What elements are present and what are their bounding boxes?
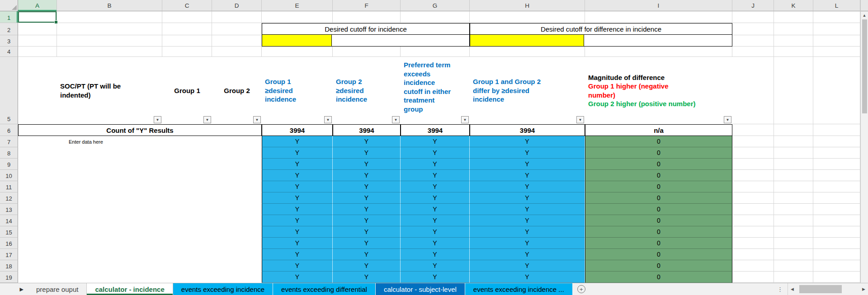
count-value-f[interactable]: 3994 xyxy=(333,124,401,136)
row-header-4[interactable]: 4 xyxy=(0,47,18,57)
banner-desired-cutoff-difference[interactable]: Desired cutoff for difference in inciden… xyxy=(470,23,732,47)
tab-options-icon[interactable]: ⋮ xyxy=(777,286,783,293)
cell-K8[interactable] xyxy=(774,147,813,159)
column-header-L[interactable]: L xyxy=(813,0,860,11)
row-header-8[interactable]: 8 xyxy=(0,147,18,159)
data-cell-F19[interactable]: Y xyxy=(333,272,401,283)
cell-L11[interactable] xyxy=(813,181,860,192)
data-cell-I8[interactable]: 0 xyxy=(585,147,732,159)
cell-D12[interactable] xyxy=(212,192,262,204)
cell-J13[interactable] xyxy=(732,204,774,215)
data-cell-F11[interactable]: Y xyxy=(333,181,401,192)
cell-D10[interactable] xyxy=(212,170,262,181)
cell-K1[interactable] xyxy=(774,11,813,23)
row-header-5[interactable]: 5 xyxy=(0,57,18,124)
column-header-F[interactable]: F xyxy=(333,0,401,11)
data-cell-H8[interactable]: Y xyxy=(470,147,585,159)
data-cell-E19[interactable]: Y xyxy=(262,272,333,283)
vertical-scrollbar[interactable]: ▲ xyxy=(860,0,868,283)
cell-L19[interactable] xyxy=(813,272,860,283)
cell-B10[interactable] xyxy=(57,170,162,181)
cell-C12[interactable] xyxy=(162,192,212,204)
cell-J8[interactable] xyxy=(732,147,774,159)
data-cell-H13[interactable]: Y xyxy=(470,204,585,215)
data-cell-F16[interactable]: Y xyxy=(333,238,401,249)
filter-dropdown-button[interactable]: ▼ xyxy=(203,116,211,123)
cell-D2[interactable] xyxy=(212,23,262,35)
sheet-tab-prepare-ouput[interactable]: prepare ouput xyxy=(28,283,87,295)
data-cell-H18[interactable]: Y xyxy=(470,260,585,272)
data-cell-F15[interactable]: Y xyxy=(333,226,401,238)
cell-J6[interactable] xyxy=(732,124,774,136)
row-header-1[interactable]: 1 xyxy=(0,11,18,23)
header-pt-exceeds[interactable]: Preferred term exceeds incidence cutoff … xyxy=(401,57,470,124)
filter-dropdown-button[interactable]: ▼ xyxy=(461,116,469,123)
sheet-tab-calculator-incidence[interactable]: calculator - incidence xyxy=(87,283,173,295)
data-cell-G16[interactable]: Y xyxy=(401,238,470,249)
data-cell-E17[interactable]: Y xyxy=(262,249,333,260)
cell-F1[interactable] xyxy=(333,11,401,23)
data-cell-E7[interactable]: Y xyxy=(262,136,333,147)
data-cell-E8[interactable]: Y xyxy=(262,147,333,159)
data-cell-G19[interactable]: Y xyxy=(401,272,470,283)
cell-G1[interactable] xyxy=(401,11,470,23)
column-header-E[interactable]: E xyxy=(262,0,333,11)
cell-B4[interactable] xyxy=(57,47,162,57)
cell-D14[interactable] xyxy=(212,215,262,226)
data-cell-I15[interactable]: 0 xyxy=(585,226,732,238)
cell-J2[interactable] xyxy=(732,23,774,35)
cell-B15[interactable] xyxy=(57,226,162,238)
cell-D11[interactable] xyxy=(212,181,262,192)
cell-J16[interactable] xyxy=(732,238,774,249)
cell-B18[interactable] xyxy=(57,260,162,272)
cell-K12[interactable] xyxy=(774,192,813,204)
cell-J19[interactable] xyxy=(732,272,774,283)
cell-B8[interactable] xyxy=(57,147,162,159)
filter-dropdown-button[interactable]: ▼ xyxy=(392,116,400,123)
cell-A19[interactable] xyxy=(18,272,57,283)
cell-F4[interactable] xyxy=(333,47,401,57)
scroll-up-button[interactable]: ▲ xyxy=(861,11,868,19)
data-cell-H7[interactable]: Y xyxy=(470,136,585,147)
cell-B11[interactable] xyxy=(57,181,162,192)
data-cell-E15[interactable]: Y xyxy=(262,226,333,238)
cell-B12[interactable] xyxy=(57,192,162,204)
row-header-6[interactable]: 6 xyxy=(0,124,18,136)
horizontal-scrollbar[interactable]: ◀ ▶ xyxy=(788,283,868,295)
cell-B9[interactable] xyxy=(57,159,162,170)
data-cell-G14[interactable]: Y xyxy=(401,215,470,226)
row-header-9[interactable]: 9 xyxy=(0,159,18,170)
cell-A10[interactable] xyxy=(18,170,57,181)
data-cell-I19[interactable]: 0 xyxy=(585,272,732,283)
filter-dropdown-button[interactable]: ▼ xyxy=(724,116,731,123)
cell-I4[interactable] xyxy=(585,47,732,57)
count-value-magnitude[interactable]: n/a xyxy=(585,124,732,136)
header-groups-differ[interactable]: Group 1 and Group 2 differ by ≥desired i… xyxy=(470,57,585,124)
count-value-g[interactable]: 3994 xyxy=(401,124,470,136)
count-value-e[interactable]: 3994 xyxy=(262,124,333,136)
data-cell-H14[interactable]: Y xyxy=(470,215,585,226)
count-value-h[interactable]: 3994 xyxy=(470,124,585,136)
data-cell-F10[interactable]: Y xyxy=(333,170,401,181)
data-cell-I16[interactable]: 0 xyxy=(585,238,732,249)
cell-J7[interactable] xyxy=(732,136,774,147)
cell-C7[interactable] xyxy=(162,136,212,147)
header-soc-pt[interactable]: SOC/PT (PT will be indented) ▼ xyxy=(57,57,162,124)
column-header-K[interactable]: K xyxy=(774,0,813,11)
row-header-3[interactable]: 3 xyxy=(0,35,18,47)
data-cell-G18[interactable]: Y xyxy=(401,260,470,272)
incidence-cutoff-input-cell[interactable] xyxy=(262,35,332,46)
cell-C19[interactable] xyxy=(162,272,212,283)
cell-C17[interactable] xyxy=(162,249,212,260)
row-header-12[interactable]: 12 xyxy=(0,192,18,204)
cell-B14[interactable] xyxy=(57,215,162,226)
data-cell-E12[interactable]: Y xyxy=(262,192,333,204)
cell-D3[interactable] xyxy=(212,35,262,47)
cell-J14[interactable] xyxy=(732,215,774,226)
cell-D15[interactable] xyxy=(212,226,262,238)
data-cell-I13[interactable]: 0 xyxy=(585,204,732,215)
cell-C2[interactable] xyxy=(162,23,212,35)
cell-J3[interactable] xyxy=(732,35,774,47)
cell-H1[interactable] xyxy=(470,11,585,23)
cell-B2[interactable] xyxy=(57,23,162,35)
